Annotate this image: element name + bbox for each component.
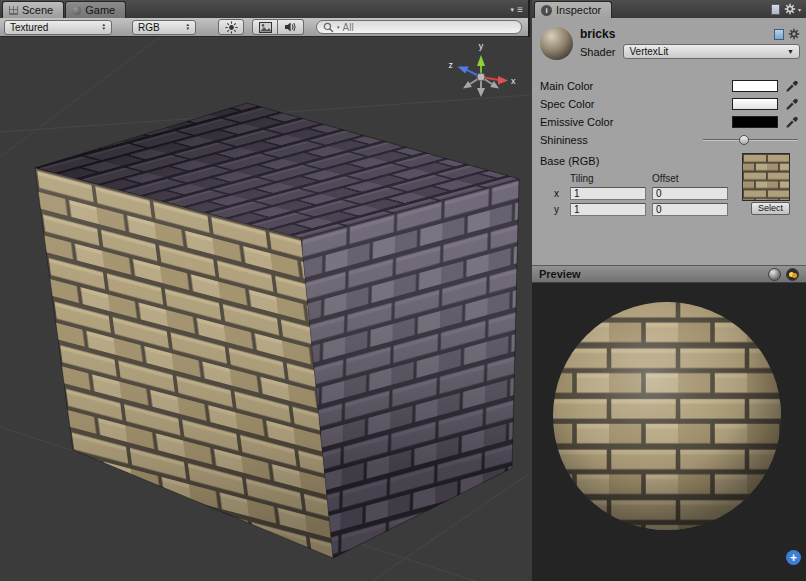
shader-row: Shader VertexLit ▼ [580, 44, 800, 59]
preview-lights-toggle-icon[interactable] [786, 268, 799, 281]
skybox-toggle-button[interactable] [252, 19, 278, 35]
slider-track [703, 139, 798, 141]
shader-value: VertexLit [629, 46, 782, 57]
axis-x-label: x [554, 185, 568, 201]
unity-editor-window: Scene Game ▼ ≡ Textured ▲▼ RGB [0, 0, 806, 581]
render-mode-value: RGB [138, 22, 181, 33]
offset-y-input[interactable] [652, 203, 728, 216]
preview-sphere-toggle-icon[interactable] [768, 268, 781, 281]
grid-corner [554, 171, 568, 185]
select-texture-button[interactable]: Select [751, 202, 790, 215]
scene-tabbar: Scene Game ▼ ≡ [0, 0, 528, 18]
sun-icon [225, 21, 238, 34]
shininess-label: Shininess [540, 134, 703, 146]
caret-down-icon: ▼ [509, 7, 515, 13]
scene-3d-view: y x z [0, 37, 530, 581]
updown-arrows-icon: ▲▼ [186, 23, 190, 31]
material-name: bricks [580, 27, 770, 41]
axis-y-label: y [554, 201, 568, 217]
spec-color-swatch[interactable] [732, 98, 778, 110]
render-mode-dropdown[interactable]: RGB ▲▼ [132, 20, 196, 35]
gizmo-center-ball [477, 73, 485, 81]
main-color-swatch[interactable] [732, 80, 778, 92]
gizmo-y-label: y [479, 41, 484, 51]
texture-thumb-block: Select [738, 153, 790, 215]
info-icon: i [541, 5, 552, 16]
eyedropper-icon[interactable] [784, 79, 798, 93]
image-icon [259, 22, 272, 33]
material-header: bricks [532, 18, 806, 70]
tab-inspector[interactable]: i Inspector [534, 1, 612, 18]
gizmo-x-label: x [511, 76, 516, 86]
tab-inspector-label: Inspector [556, 4, 601, 16]
scene-panel: Scene Game ▼ ≡ Textured ▲▼ RGB [0, 0, 530, 581]
spec-color-row: Spec Color [532, 95, 806, 113]
tiling-header: Tiling [570, 171, 650, 185]
tiling-y-input[interactable] [570, 203, 646, 216]
preview-sphere-view [532, 283, 806, 581]
updown-arrows-icon: ▲▼ [102, 23, 106, 31]
draw-mode-dropdown[interactable]: Textured ▲▼ [4, 20, 112, 35]
slider-thumb[interactable] [739, 135, 749, 145]
inspector-menu[interactable]: ▾ [780, 3, 806, 18]
grid-icon [9, 6, 18, 15]
preview-header[interactable]: Preview [532, 265, 806, 283]
caret-down-icon: ▾ [798, 6, 801, 13]
preview-label: Preview [539, 268, 581, 280]
material-properties: Main Color Spec Color [532, 77, 806, 217]
eyedropper-icon[interactable] [784, 97, 798, 111]
tab-scene-label: Scene [22, 4, 53, 16]
inspector-panel: i Inspector ▾ [532, 0, 806, 581]
audio-toggle-button[interactable] [278, 19, 304, 35]
search-placeholder: All [343, 22, 354, 33]
spec-color-label: Spec Color [540, 98, 732, 110]
material-preview-ball [540, 27, 573, 60]
offset-x-input[interactable] [652, 187, 728, 200]
emissive-color-swatch[interactable] [732, 116, 778, 128]
eyedropper-icon[interactable] [784, 115, 798, 129]
search-icon [323, 22, 334, 33]
preview-sphere-shading [553, 302, 781, 530]
scene-panel-menu-icon[interactable]: ▼ ≡ [509, 4, 528, 18]
game-icon [72, 6, 81, 15]
emissive-color-row: Emissive Color [532, 113, 806, 131]
menu-lines-icon: ≡ [517, 4, 523, 15]
scene-search-input[interactable]: ▾ All [316, 20, 522, 34]
caret-down-icon: ▾ [337, 24, 340, 30]
base-texture-thumbnail[interactable] [742, 153, 790, 201]
gear-icon [784, 3, 796, 15]
inspector-body: bricks [532, 18, 806, 265]
tab-game[interactable]: Game [65, 1, 126, 18]
gear-icon[interactable] [788, 28, 800, 40]
help-icon[interactable] [774, 29, 784, 40]
shader-dropdown[interactable]: VertexLit ▼ [623, 44, 800, 59]
main-color-row: Main Color [532, 77, 806, 95]
scene-viewport[interactable]: y x z [0, 37, 528, 581]
draw-mode-value: Textured [10, 22, 97, 33]
emissive-color-label: Emissive Color [540, 116, 732, 128]
gizmo-z-label: z [449, 60, 454, 70]
offset-header: Offset [652, 171, 734, 185]
main-color-label: Main Color [540, 80, 732, 92]
speaker-icon [284, 21, 297, 33]
inspector-tabbar: i Inspector ▾ [532, 0, 806, 18]
tab-game-label: Game [85, 4, 115, 16]
tab-scene[interactable]: Scene [2, 1, 64, 18]
shininess-row: Shininess [532, 131, 806, 149]
scene-toolbar: Textured ▲▼ RGB ▲▼ [0, 18, 528, 37]
material-name-row: bricks [580, 27, 800, 41]
base-rgb-section: Base (RGB) Tiling Offset x y [532, 153, 806, 217]
caret-down-icon: ▼ [787, 48, 794, 55]
shininess-slider[interactable] [703, 133, 798, 147]
tiling-x-input[interactable] [570, 187, 646, 200]
shader-label: Shader [580, 46, 615, 58]
view-toggle-group [252, 19, 304, 35]
add-icon[interactable]: + [786, 550, 801, 565]
material-preview-area[interactable]: + [532, 283, 806, 581]
page-icon[interactable] [771, 4, 780, 15]
lighting-toggle-button[interactable] [218, 19, 244, 35]
material-info: bricks [580, 27, 800, 70]
